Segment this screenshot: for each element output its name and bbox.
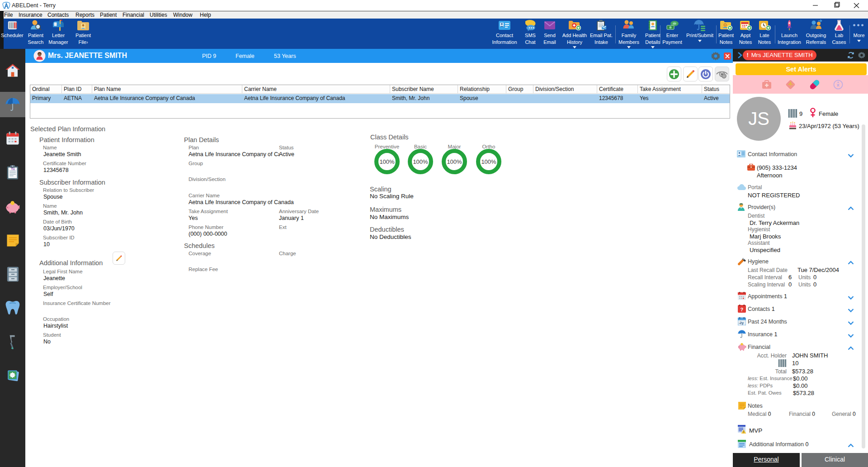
svg-text:Tx: Tx	[11, 167, 15, 171]
svg-text:-2y: -2y	[739, 321, 744, 325]
svg-text:!: !	[743, 430, 744, 434]
svg-text:?: ?	[741, 307, 744, 312]
